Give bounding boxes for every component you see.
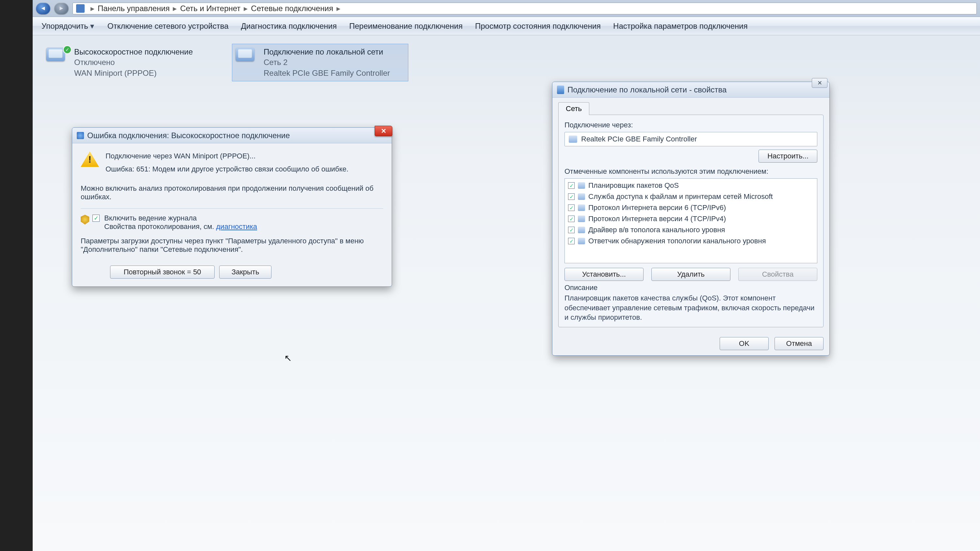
description-text: Планировщик пакетов качества службы (QoS…: [565, 293, 817, 322]
component-label: Драйвер в/в тополога канального уровня: [588, 226, 725, 234]
component-label: Планировщик пакетов QoS: [588, 181, 679, 190]
chevron-right-icon: ▸: [244, 4, 248, 13]
status-check-icon: ✓: [64, 46, 71, 53]
broadband-icon: [46, 48, 65, 61]
params-note-text: Параметры загрузки доступны через пункт …: [81, 237, 383, 254]
nic-icon: [569, 135, 577, 143]
breadcrumb[interactable]: ▸ Панель управления ▸ Сеть и Интернет ▸ …: [73, 3, 977, 14]
nav-back-button[interactable]: [36, 3, 50, 14]
description-label: Описание: [565, 284, 817, 292]
control-panel-icon: [76, 4, 84, 13]
nav-forward-button[interactable]: [54, 3, 68, 14]
connection-status: Сеть 2: [264, 57, 390, 68]
properties-button[interactable]: Свойства: [738, 268, 817, 281]
toolbar-view-status[interactable]: Просмотр состояния подключения: [473, 20, 603, 32]
component-icon: [578, 193, 585, 200]
shield-icon: [81, 214, 89, 224]
arrow-left-icon: [40, 5, 46, 12]
connection-name: Высокоскоростное подключение: [74, 47, 193, 57]
properties-dialog: Подключение по локальной сети - свойства…: [552, 82, 830, 356]
install-button[interactable]: Установить...: [565, 268, 644, 281]
properties-dialog-titlebar[interactable]: Подключение по локальной сети - свойства…: [552, 82, 829, 98]
log-props-prefix: Свойства протоколирования, см.: [104, 222, 216, 230]
component-icon: [578, 238, 585, 244]
uninstall-button[interactable]: Удалить: [651, 268, 730, 281]
breadcrumb-item[interactable]: Сеть и Интернет: [180, 4, 240, 13]
enable-logging-checkbox[interactable]: ✓: [92, 214, 100, 222]
component-label: Протокол Интернета версии 4 (TCP/IPv4): [588, 214, 726, 223]
component-label: Служба доступа к файлам и принтерам сете…: [588, 192, 773, 201]
close-icon: ✕: [817, 79, 822, 87]
checkbox[interactable]: ✓: [568, 182, 574, 189]
redial-button[interactable]: Повторный звонок = 50: [110, 265, 215, 279]
adapter-field[interactable]: Realtek PCIe GBE Family Controller: [565, 132, 817, 146]
ok-button[interactable]: OK: [720, 337, 768, 350]
breadcrumb-item[interactable]: Панель управления: [98, 4, 170, 13]
chevron-right-icon: ▸: [336, 4, 340, 13]
cancel-button[interactable]: Отмена: [775, 337, 824, 350]
connection-device: Realtek PCIe GBE Family Controller: [264, 68, 390, 78]
component-item[interactable]: ✓Протокол Интернета версии 6 (TCP/IPv6): [565, 202, 816, 213]
components-label: Отмеченные компоненты используются этим …: [565, 167, 817, 176]
connection-name: Подключение по локальной сети: [264, 47, 390, 57]
component-item[interactable]: ✓Протокол Интернета версии 4 (TCP/IPv4): [565, 213, 816, 224]
error-code-text: Ошибка: 651: Модем или другое устройство…: [105, 164, 348, 174]
connection-status: Отключено: [74, 57, 193, 68]
dialup-icon: [77, 132, 84, 139]
close-icon: ✕: [381, 127, 387, 135]
connection-item-broadband[interactable]: ✓ Высокоскоростное подключение Отключено…: [43, 44, 219, 81]
error-analysis-text: Можно включить анализ протоколирования п…: [81, 184, 383, 201]
error-via-text: Подключение через WAN Miniport (PPPOE)..…: [105, 151, 348, 161]
arrow-right-icon: [59, 5, 64, 12]
enable-logging-label: Включить ведение журнала: [104, 214, 383, 222]
chevron-right-icon: ▸: [173, 4, 177, 13]
close-button[interactable]: ✕: [375, 126, 392, 136]
error-dialog-titlebar[interactable]: Ошибка подключения: Высокоскоростное под…: [72, 128, 392, 143]
toolbar-disable-device[interactable]: Отключение сетевого устройства: [105, 20, 231, 32]
address-bar: ▸ Панель управления ▸ Сеть и Интернет ▸ …: [33, 0, 980, 17]
breadcrumb-item[interactable]: Сетевые подключения: [251, 4, 333, 13]
configure-button[interactable]: Настроить...: [759, 149, 817, 163]
checkbox[interactable]: ✓: [568, 193, 574, 200]
checkbox[interactable]: ✓: [568, 216, 574, 222]
connection-list: ✓ Высокоскоростное подключение Отключено…: [43, 44, 970, 81]
component-item[interactable]: ✓Планировщик пакетов QoS: [565, 180, 816, 191]
properties-dialog-title: Подключение по локальной сети - свойства: [568, 85, 727, 94]
component-item[interactable]: ✓Драйвер в/в тополога канального уровня: [565, 224, 816, 235]
close-dialog-button[interactable]: Закрыть: [219, 265, 272, 279]
toolbar-change-settings[interactable]: Настройка параметров подключения: [611, 20, 750, 32]
components-list[interactable]: ✓Планировщик пакетов QoS ✓Служба доступа…: [565, 178, 817, 263]
properties-tabs: Сеть: [558, 102, 824, 115]
diagnostics-link[interactable]: диагностика: [216, 222, 257, 230]
component-item[interactable]: ✓Ответчик обнаружения топологии канально…: [565, 235, 816, 246]
explorer-toolbar: Упорядочить Отключение сетевого устройст…: [33, 17, 980, 35]
cursor-icon: ↖: [284, 353, 292, 364]
checkbox[interactable]: ✓: [568, 227, 574, 233]
component-icon: [578, 227, 585, 233]
connection-device: WAN Miniport (PPPOE): [74, 68, 193, 78]
component-label: Ответчик обнаружения топологии канальног…: [588, 237, 766, 245]
checkbox[interactable]: ✓: [568, 205, 574, 211]
close-button[interactable]: ✕: [812, 78, 827, 88]
organize-menu[interactable]: Упорядочить: [38, 20, 97, 32]
toolbar-diagnose[interactable]: Диагностика подключения: [239, 20, 339, 32]
tab-network[interactable]: Сеть: [558, 102, 589, 115]
component-item[interactable]: ✓Служба доступа к файлам и принтерам сет…: [565, 191, 816, 202]
toolbar-rename[interactable]: Переименование подключения: [347, 20, 465, 32]
component-label: Протокол Интернета версии 6 (TCP/IPv6): [588, 203, 726, 212]
error-dialog-title: Ошибка подключения: Высокоскоростное под…: [87, 131, 290, 140]
warning-icon: [81, 151, 99, 167]
adapter-name: Realtek PCIe GBE Family Controller: [581, 135, 697, 143]
component-icon: [578, 216, 585, 222]
error-dialog: Ошибка подключения: Высокоскоростное под…: [72, 127, 392, 287]
divider: [81, 208, 383, 209]
checkbox[interactable]: ✓: [568, 238, 574, 244]
network-adapter-icon: [557, 86, 564, 94]
connect-via-label: Подключение через:: [565, 121, 817, 129]
component-icon: [578, 205, 585, 211]
lan-icon: [235, 48, 255, 61]
chevron-right-icon: ▸: [91, 4, 94, 13]
connection-item-lan[interactable]: Подключение по локальной сети Сеть 2 Rea…: [232, 44, 408, 81]
component-icon: [578, 182, 585, 189]
